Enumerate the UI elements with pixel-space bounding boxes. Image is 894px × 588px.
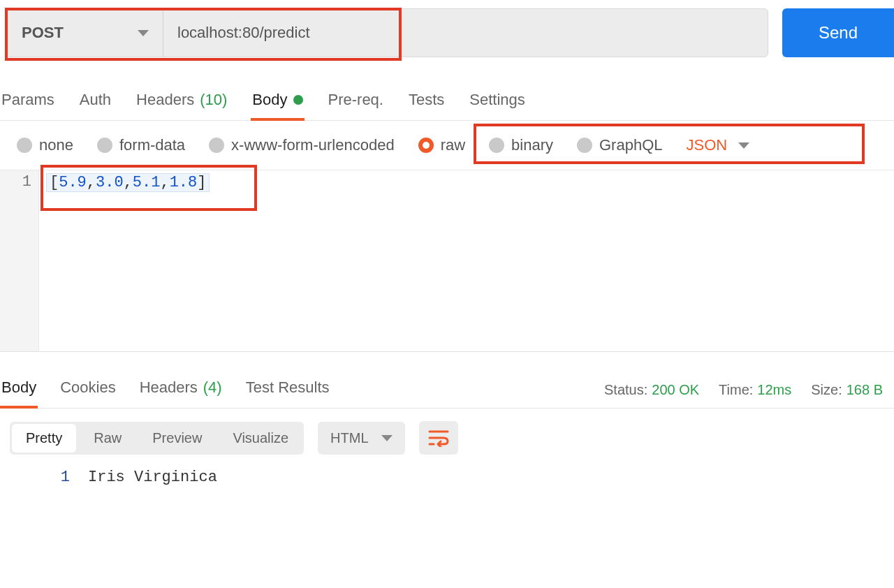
editor-gutter: 1 xyxy=(0,170,39,351)
tab-prereq[interactable]: Pre-req. xyxy=(327,87,385,120)
resp-headers-count: (4) xyxy=(203,378,222,397)
body-indicator-dot-icon xyxy=(293,95,303,105)
chevron-down-icon xyxy=(381,435,393,441)
body-type-none[interactable]: none xyxy=(17,136,73,154)
line-number: 1 xyxy=(0,469,70,486)
tab-params[interactable]: Params xyxy=(0,87,56,120)
editor-content[interactable]: [5.9,3.0,5.1,1.8] xyxy=(39,170,894,351)
resp-tab-test-results[interactable]: Test Results xyxy=(244,372,331,408)
view-mode-segment: Pretty Raw Preview Visualize xyxy=(10,422,304,455)
view-visualize[interactable]: Visualize xyxy=(217,422,304,455)
response-body-editor[interactable]: 1 Iris Virginica xyxy=(0,467,894,486)
tab-settings[interactable]: Settings xyxy=(468,87,527,120)
radio-icon xyxy=(17,138,32,153)
response-tabs-row: Body Cookies Headers (4) Test Results St… xyxy=(0,372,894,409)
view-pretty[interactable]: Pretty xyxy=(12,424,76,453)
body-type-binary[interactable]: binary xyxy=(489,136,553,154)
size-meta: Size:168 B xyxy=(811,382,883,398)
response-text: Iris Virginica xyxy=(88,469,894,486)
chevron-down-icon xyxy=(138,30,149,36)
radio-icon xyxy=(489,138,504,153)
send-button[interactable]: Send xyxy=(782,8,894,57)
resp-content: Iris Virginica xyxy=(84,469,894,486)
request-body-editor[interactable]: 1 [5.9,3.0,5.1,1.8] xyxy=(0,170,894,352)
request-tabs: Params Auth Headers (10) Body Pre-req. T… xyxy=(0,71,894,121)
body-type-form-data[interactable]: form-data xyxy=(97,136,185,154)
tab-headers[interactable]: Headers (10) xyxy=(135,87,228,120)
resp-tab-body[interactable]: Body xyxy=(0,372,38,408)
resp-gutter: 1 xyxy=(0,469,84,486)
radio-icon xyxy=(577,138,592,153)
request-url-text: localhost:80/predict xyxy=(177,24,310,42)
status-meta: Status:200 OK xyxy=(604,382,699,398)
body-type-xform[interactable]: x-www-form-urlencoded xyxy=(209,136,395,154)
size-value: 168 B xyxy=(847,382,883,397)
send-button-label: Send xyxy=(819,23,858,43)
chevron-down-icon xyxy=(738,142,749,149)
view-raw[interactable]: Raw xyxy=(78,422,137,455)
response-toolbar: Pretty Raw Preview Visualize HTML xyxy=(0,409,894,467)
wrap-icon xyxy=(428,429,449,447)
response-meta: Status:200 OK Time:12ms Size:168 B xyxy=(604,382,883,398)
body-type-raw[interactable]: raw xyxy=(418,136,465,154)
method-url-group: POST localhost:80/predict xyxy=(6,8,768,57)
request-url-input[interactable]: localhost:80/predict xyxy=(163,9,768,57)
raw-language-select[interactable]: JSON xyxy=(687,136,750,154)
time-meta: Time:12ms xyxy=(719,382,791,398)
status-value: 200 OK xyxy=(652,382,699,397)
tab-auth[interactable]: Auth xyxy=(78,87,112,120)
body-type-row: none form-data x-www-form-urlencoded raw… xyxy=(0,121,894,170)
line-number: 1 xyxy=(0,173,31,191)
view-preview[interactable]: Preview xyxy=(137,422,217,455)
headers-count: (10) xyxy=(200,91,227,109)
resp-tab-cookies[interactable]: Cookies xyxy=(59,372,117,408)
response-language-select[interactable]: HTML xyxy=(318,422,404,455)
time-value: 12ms xyxy=(757,382,791,397)
radio-icon xyxy=(209,138,224,153)
response-section: Body Cookies Headers (4) Test Results St… xyxy=(0,352,894,486)
editor-line: [5.9,3.0,5.1,1.8] xyxy=(46,173,210,192)
body-type-graphql[interactable]: GraphQL xyxy=(577,136,663,154)
wrap-lines-button[interactable] xyxy=(419,421,458,455)
http-method-value: POST xyxy=(22,24,64,42)
request-bar: POST localhost:80/predict Send xyxy=(0,0,894,66)
tab-tests[interactable]: Tests xyxy=(407,87,446,120)
radio-selected-icon xyxy=(418,138,434,153)
response-tabs: Body Cookies Headers (4) Test Results xyxy=(0,372,331,408)
resp-tab-headers[interactable]: Headers (4) xyxy=(138,372,224,408)
radio-icon xyxy=(97,138,112,153)
tab-body[interactable]: Body xyxy=(251,87,304,120)
http-method-select[interactable]: POST xyxy=(6,9,163,57)
